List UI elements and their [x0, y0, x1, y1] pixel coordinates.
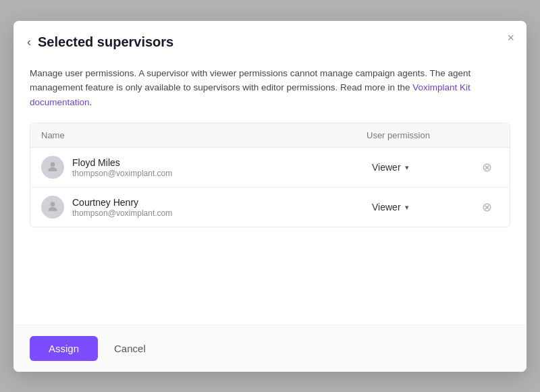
- svg-point-0: [51, 162, 55, 167]
- back-icon: ‹: [27, 36, 31, 48]
- user-email: thompson@voximplant.com: [72, 169, 172, 178]
- table-row: Courtney Henry thompson@voximplant.com V…: [30, 188, 510, 227]
- user-name: Floyd Miles: [72, 157, 172, 168]
- remove-button[interactable]: ⊗: [482, 161, 492, 173]
- description-text: Manage user permissions. A supervisor wi…: [30, 66, 510, 110]
- action-cell: ⊗: [475, 161, 499, 173]
- col-name-header: Name: [41, 130, 367, 140]
- dialog-title: Selected supervisors: [38, 34, 173, 50]
- user-email: thompson@voximplant.com: [72, 208, 172, 218]
- table-row: Floyd Miles thompson@voximplant.com View…: [30, 148, 510, 188]
- description-after-link: .: [90, 97, 92, 107]
- user-avatar-icon: [46, 200, 59, 215]
- remove-button[interactable]: ⊗: [482, 201, 492, 213]
- table-header: Name User permission: [30, 123, 510, 148]
- action-cell: ⊗: [475, 201, 499, 213]
- user-avatar-icon: [46, 160, 59, 175]
- avatar: [41, 156, 64, 179]
- permission-label: Viewer: [372, 202, 401, 213]
- supervisors-table: Name User permission Flo: [30, 123, 510, 227]
- assign-button[interactable]: Assign: [30, 336, 98, 361]
- user-details: Floyd Miles thompson@voximplant.com: [72, 157, 172, 178]
- remove-icon: ⊗: [482, 161, 492, 173]
- user-info: Courtney Henry thompson@voximplant.com: [41, 196, 367, 219]
- user-details: Courtney Henry thompson@voximplant.com: [72, 197, 172, 218]
- dialog-header: ‹ Selected supervisors ×: [14, 21, 526, 58]
- chevron-down-icon: ▾: [405, 203, 409, 212]
- dialog-body: Manage user permissions. A supervisor wi…: [14, 58, 526, 325]
- permission-cell: Viewer ▾: [367, 199, 475, 215]
- user-name: Courtney Henry: [72, 197, 172, 208]
- dialog-footer: Assign Cancel: [14, 325, 526, 372]
- close-button[interactable]: ×: [507, 32, 514, 44]
- close-icon: ×: [507, 31, 514, 45]
- dialog: ‹ Selected supervisors × Manage user per…: [14, 21, 526, 372]
- svg-point-1: [51, 202, 55, 206]
- permission-label: Viewer: [372, 162, 401, 173]
- permission-dropdown[interactable]: Viewer ▾: [367, 159, 414, 175]
- back-button[interactable]: ‹: [27, 36, 31, 48]
- avatar: [41, 196, 64, 219]
- permission-cell: Viewer ▾: [367, 159, 475, 175]
- user-info: Floyd Miles thompson@voximplant.com: [41, 156, 367, 179]
- col-permission-header: User permission: [367, 130, 475, 140]
- description-before-link: Manage user permissions. A supervisor wi…: [30, 68, 470, 93]
- cancel-button[interactable]: Cancel: [106, 336, 154, 361]
- chevron-down-icon: ▾: [405, 163, 409, 172]
- remove-icon: ⊗: [482, 201, 492, 213]
- permission-dropdown[interactable]: Viewer ▾: [367, 199, 414, 215]
